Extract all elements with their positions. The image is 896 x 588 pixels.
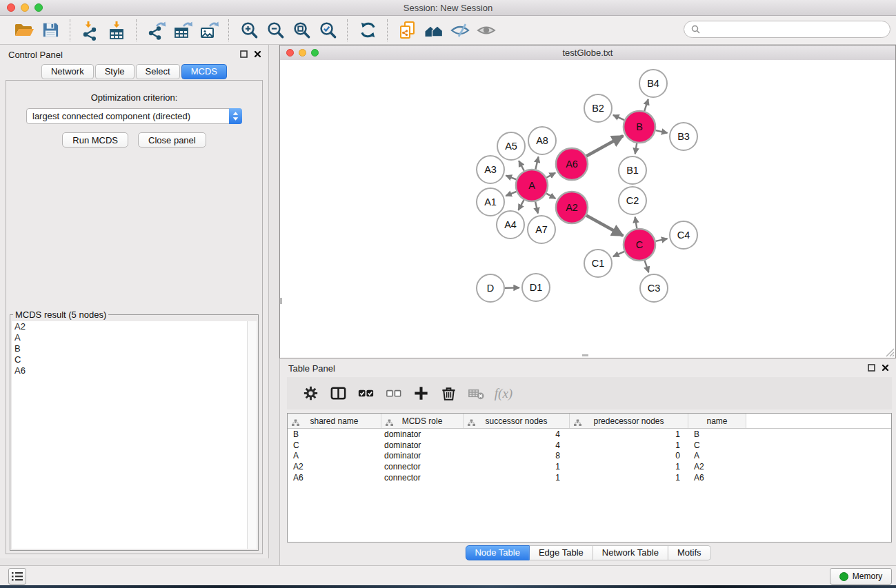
column-header-shared-name[interactable]: shared name bbox=[288, 414, 381, 428]
import-network-button[interactable] bbox=[79, 19, 102, 42]
open-session-button[interactable] bbox=[12, 19, 36, 42]
edge-A2-C[interactable] bbox=[586, 216, 623, 236]
clone-network-button[interactable] bbox=[396, 19, 419, 42]
node-A2[interactable]: A2 bbox=[556, 192, 588, 223]
tab-style[interactable]: Style bbox=[95, 64, 135, 79]
node-A7[interactable]: A7 bbox=[528, 216, 555, 243]
column-header-name[interactable]: name bbox=[688, 414, 746, 428]
save-session-button[interactable] bbox=[39, 19, 62, 42]
split-table-button[interactable] bbox=[328, 383, 348, 404]
edge-A6-B[interactable] bbox=[586, 136, 623, 156]
result-item[interactable]: A bbox=[12, 332, 247, 343]
float-table-panel-icon[interactable] bbox=[868, 364, 875, 372]
delete-columns-button[interactable] bbox=[438, 383, 459, 404]
zoom-fit-button[interactable] bbox=[290, 19, 313, 42]
edge-A-A4[interactable] bbox=[518, 200, 524, 210]
close-panel-button[interactable]: Close panel bbox=[138, 132, 206, 148]
node-A4[interactable]: A4 bbox=[497, 211, 524, 239]
result-item[interactable]: A6 bbox=[12, 365, 247, 376]
edge-C-C2[interactable] bbox=[635, 217, 637, 229]
node-B3[interactable]: B3 bbox=[670, 123, 697, 150]
node-B[interactable]: B bbox=[624, 111, 655, 143]
edge-C-C1[interactable] bbox=[613, 252, 624, 256]
node-A5[interactable]: A5 bbox=[497, 132, 525, 160]
tab-mcds[interactable]: MCDS bbox=[181, 64, 227, 79]
zoom-selected-button[interactable] bbox=[316, 19, 339, 42]
float-panel-icon[interactable] bbox=[240, 50, 248, 58]
add-column-button[interactable] bbox=[410, 383, 431, 404]
import-table-button[interactable] bbox=[105, 19, 128, 42]
close-window-button[interactable] bbox=[7, 3, 15, 12]
export-network-button[interactable] bbox=[145, 19, 168, 42]
edge-B-B1[interactable] bbox=[635, 143, 637, 154]
table-row[interactable]: Bdominator41B bbox=[288, 429, 891, 440]
minimize-window-button[interactable] bbox=[21, 3, 29, 12]
deselect-all-rows-button[interactable] bbox=[383, 383, 404, 404]
result-item[interactable]: C bbox=[12, 354, 247, 365]
edge-A-A3[interactable] bbox=[506, 176, 516, 180]
table-options-button[interactable] bbox=[300, 383, 321, 404]
node-C3[interactable]: C3 bbox=[640, 274, 668, 302]
result-item[interactable]: A2 bbox=[12, 321, 247, 332]
tab-network[interactable]: Network bbox=[41, 64, 94, 79]
resize-grip[interactable] bbox=[884, 347, 895, 357]
tab-edge-table[interactable]: Edge Table bbox=[530, 545, 593, 560]
edge-B-B2[interactable] bbox=[613, 115, 624, 120]
table-row[interactable]: A2connector11A2 bbox=[288, 461, 891, 472]
edge-B-B3[interactable] bbox=[655, 130, 667, 133]
refresh-view-button[interactable] bbox=[356, 19, 379, 42]
zoom-out-button[interactable] bbox=[263, 19, 287, 42]
edge-A-A8[interactable] bbox=[535, 156, 538, 169]
edge-A-A7[interactable] bbox=[535, 201, 538, 213]
result-item[interactable]: B bbox=[12, 343, 247, 354]
result-scrollbar-track[interactable] bbox=[247, 321, 257, 549]
node-D1[interactable]: D1 bbox=[522, 274, 550, 301]
column-header-successor-nodes[interactable]: successor nodes bbox=[464, 414, 570, 428]
node-A6[interactable]: A6 bbox=[556, 148, 588, 180]
close-table-panel-icon[interactable] bbox=[882, 364, 889, 372]
table-row[interactable]: Adominator80A bbox=[288, 451, 891, 462]
node-C[interactable]: C bbox=[624, 229, 655, 261]
table-row[interactable]: A6connector11A6 bbox=[288, 472, 891, 483]
show-all-button[interactable] bbox=[475, 19, 498, 42]
zoom-in-button[interactable] bbox=[237, 19, 261, 42]
node-D[interactable]: D bbox=[477, 274, 504, 302]
edge-C-C3[interactable] bbox=[645, 261, 649, 272]
node-B4[interactable]: B4 bbox=[639, 70, 667, 97]
node-B1[interactable]: B1 bbox=[619, 156, 646, 184]
node-A8[interactable]: A8 bbox=[528, 127, 556, 154]
edge-A-A2[interactable] bbox=[546, 194, 555, 199]
criterion-select[interactable]: largest connected component (directed) bbox=[26, 108, 242, 124]
select-all-rows-button[interactable] bbox=[355, 383, 376, 404]
run-mcds-button[interactable]: Run MCDS bbox=[62, 132, 128, 148]
network-canvas[interactable]: B4B2BB3B1A5A8A6A3AA1A2A4A7C2C4CC1C3DD1 bbox=[280, 60, 895, 358]
edge-A-A1[interactable] bbox=[506, 192, 516, 196]
panel-toggle-button[interactable] bbox=[8, 568, 26, 585]
edge-A-A5[interactable] bbox=[519, 161, 524, 171]
hide-selected-button[interactable] bbox=[448, 19, 472, 42]
node-A[interactable]: A bbox=[516, 170, 548, 201]
column-header-MCDS-role[interactable]: MCDS role bbox=[381, 414, 464, 428]
first-neighbors-button[interactable] bbox=[422, 19, 446, 42]
tab-select[interactable]: Select bbox=[136, 64, 180, 79]
close-panel-icon[interactable] bbox=[254, 50, 261, 58]
edge-C-C4[interactable] bbox=[655, 239, 667, 241]
node-C4[interactable]: C4 bbox=[670, 221, 697, 249]
zoom-window-button[interactable] bbox=[34, 3, 43, 12]
tab-node-table[interactable]: Node Table bbox=[465, 545, 530, 560]
column-header-predecessor-nodes[interactable]: predecessor nodes bbox=[570, 414, 688, 428]
edge-A-A6[interactable] bbox=[546, 173, 555, 178]
node-A3[interactable]: A3 bbox=[477, 156, 504, 183]
export-table-button[interactable] bbox=[171, 19, 195, 42]
node-B2[interactable]: B2 bbox=[584, 94, 612, 122]
export-image-button[interactable] bbox=[197, 19, 221, 42]
edge-B-B4[interactable] bbox=[644, 99, 648, 111]
node-A1[interactable]: A1 bbox=[477, 188, 504, 216]
node-C2[interactable]: C2 bbox=[619, 187, 646, 214]
memory-button[interactable]: Memory bbox=[830, 568, 892, 585]
tab-motifs[interactable]: Motifs bbox=[668, 545, 711, 560]
tab-network-table[interactable]: Network Table bbox=[593, 545, 668, 560]
table-row[interactable]: Cdominator41C bbox=[288, 440, 891, 451]
search-input[interactable] bbox=[704, 23, 883, 35]
node-C1[interactable]: C1 bbox=[584, 250, 612, 277]
